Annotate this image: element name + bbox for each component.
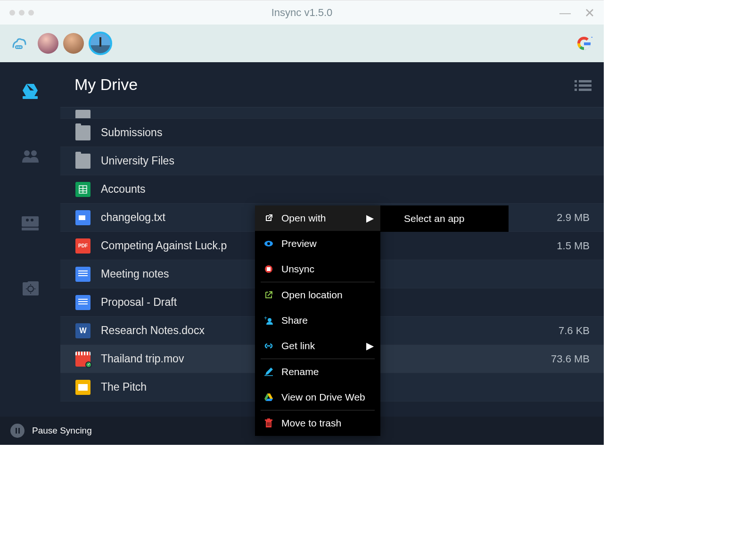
open-external-icon <box>263 213 274 223</box>
pencil-icon <box>263 367 274 377</box>
context-preview[interactable]: Preview <box>255 231 380 256</box>
avatar[interactable] <box>63 33 84 54</box>
svg-point-2 <box>18 47 20 48</box>
file-row[interactable]: Submissions <box>60 119 604 147</box>
folder-icon <box>75 154 90 169</box>
svg-rect-22 <box>579 89 592 91</box>
sheets-icon <box>75 182 90 197</box>
context-label: View on Drive Web <box>281 392 365 403</box>
svg-point-6 <box>24 150 30 156</box>
video-icon <box>75 352 90 367</box>
traffic-close[interactable] <box>9 10 15 16</box>
svg-rect-20 <box>579 84 592 87</box>
file-row[interactable]: University Files <box>60 147 604 175</box>
page-title: My Drive <box>74 75 138 94</box>
sidebar-my-drive[interactable] <box>18 79 42 102</box>
chevron-right-icon: ▶ <box>366 340 374 352</box>
context-label: Get link <box>281 340 315 352</box>
context-get-link[interactable]: Get link ▶ <box>255 333 380 359</box>
folder-icon <box>75 110 90 118</box>
view-toggle-icon[interactable] <box>575 79 592 91</box>
traffic-zoom[interactable] <box>28 10 34 16</box>
file-size: 73.6 MB <box>551 353 590 365</box>
svg-point-3 <box>20 47 22 48</box>
sidebar <box>0 62 60 417</box>
chevron-right-icon: ▶ <box>366 213 374 224</box>
context-rename[interactable]: Rename <box>255 359 380 385</box>
context-label: Preview <box>281 238 317 249</box>
share-icon: + <box>263 315 274 326</box>
context-open-with[interactable]: Open with ▶ <box>255 205 380 231</box>
file-size: 2.9 MB <box>557 212 590 224</box>
context-open-location[interactable]: Open location <box>255 282 380 308</box>
doc-icon <box>75 210 90 225</box>
context-label: Open with <box>281 213 326 224</box>
context-label: Rename <box>281 366 319 377</box>
insync-logo-icon[interactable] <box>9 34 28 53</box>
svg-point-31 <box>268 318 271 322</box>
stop-icon <box>263 264 274 274</box>
titlebar: Insync v1.5.0 — <box>0 0 604 25</box>
file-name: Submissions <box>101 126 590 139</box>
svg-rect-17 <box>575 80 577 82</box>
drive-icon <box>263 392 274 402</box>
footer-status: Pause Syncing <box>32 426 92 436</box>
svg-point-1 <box>16 47 18 48</box>
window-title: Insync v1.5.0 <box>271 7 333 19</box>
context-label: Share <box>281 315 308 326</box>
context-label: Open location <box>281 289 343 301</box>
minimize-icon[interactable]: — <box>559 6 571 19</box>
svg-rect-36 <box>267 418 270 420</box>
word-icon: W <box>75 323 90 338</box>
svg-rect-5 <box>23 96 38 99</box>
context-label: Move to trash <box>281 418 341 429</box>
svg-rect-21 <box>575 89 577 91</box>
submenu-select-app[interactable]: Select an app <box>380 205 509 232</box>
account-bar: + <box>0 25 604 62</box>
pdf-icon: PDF <box>75 238 90 254</box>
file-size: 7.6 KB <box>559 325 590 337</box>
add-google-account-icon[interactable]: + <box>575 35 592 52</box>
eye-icon <box>263 238 274 249</box>
file-row[interactable]: Accounts <box>60 175 604 204</box>
folder-icon <box>75 125 90 140</box>
sidebar-settings[interactable] <box>18 277 42 300</box>
svg-rect-19 <box>575 84 577 87</box>
context-menu: Open with ▶ Preview Unsync Open location… <box>255 205 380 436</box>
docs-icon <box>75 267 90 282</box>
svg-point-9 <box>26 219 29 221</box>
traffic-lights <box>9 10 34 16</box>
traffic-minimize[interactable] <box>19 10 25 16</box>
context-move-to-trash[interactable]: Move to trash <box>255 410 380 436</box>
slides-icon <box>75 380 90 395</box>
trash-icon <box>263 418 274 428</box>
file-row-partial[interactable] <box>60 107 604 119</box>
sidebar-team-drives[interactable] <box>18 211 42 234</box>
link-icon <box>263 341 274 351</box>
context-unsync[interactable]: Unsync <box>255 256 380 282</box>
content-header: My Drive <box>60 62 604 107</box>
context-label: Unsync <box>281 263 314 275</box>
location-icon <box>263 290 274 300</box>
docs-icon <box>75 295 90 310</box>
sidebar-shared[interactable] <box>18 145 42 168</box>
svg-point-28 <box>267 242 270 245</box>
file-size: 1.5 MB <box>557 240 590 252</box>
svg-rect-18 <box>579 80 592 82</box>
svg-point-7 <box>31 150 37 156</box>
avatar-active[interactable] <box>89 32 112 55</box>
submenu-label: Select an app <box>404 213 464 224</box>
context-share[interactable]: + Share <box>255 308 380 333</box>
file-name: Accounts <box>101 183 590 196</box>
account-avatars <box>38 32 112 55</box>
svg-text:+: + <box>264 316 267 321</box>
close-icon[interactable] <box>585 8 594 17</box>
svg-rect-8 <box>22 216 39 227</box>
context-view-drive-web[interactable]: View on Drive Web <box>255 385 380 410</box>
svg-rect-11 <box>22 228 39 230</box>
pause-icon <box>16 428 20 434</box>
avatar[interactable] <box>38 33 58 54</box>
file-name: University Files <box>101 155 590 167</box>
pause-syncing-button[interactable] <box>10 424 25 438</box>
window-controls: — <box>559 6 594 19</box>
